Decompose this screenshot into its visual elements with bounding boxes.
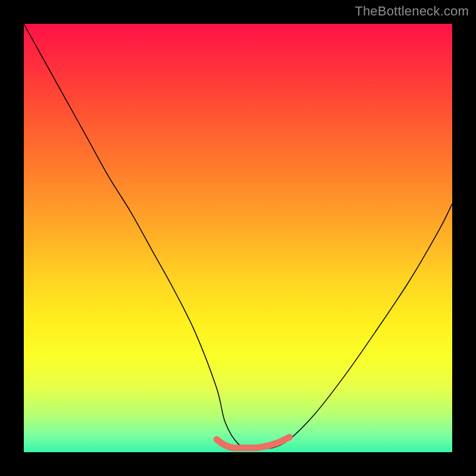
curve-layer (24, 24, 452, 452)
plot-area (24, 24, 452, 452)
chart-frame: TheBottleneck.com (0, 0, 476, 476)
watermark-text: TheBottleneck.com (355, 4, 469, 19)
series-black-curve (24, 24, 452, 449)
